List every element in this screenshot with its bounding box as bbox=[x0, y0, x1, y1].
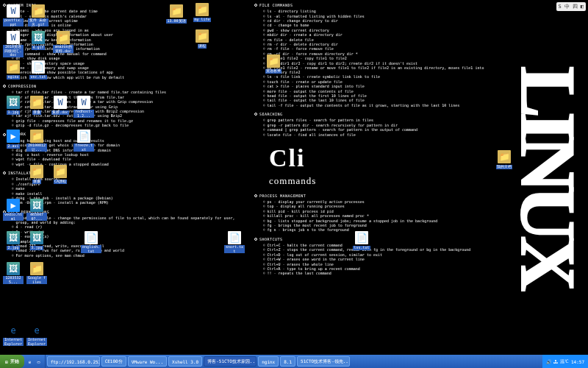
command-line: mv file1 file2 - rename or move file1 to… bbox=[254, 66, 500, 75]
desktop-icon[interactable]: 📁amazon的资料.doc bbox=[53, 31, 74, 53]
desktop-icon[interactable]: 📄english.txt bbox=[81, 231, 101, 253]
desktop-icon[interactable]: eInternet Explorer bbox=[26, 324, 47, 346]
tray-net-icon[interactable]: 🖧 bbox=[553, 359, 558, 364]
taskbar-button[interactable]: nginx bbox=[258, 356, 279, 367]
desktop-icon[interactable]: 📁课程 bbox=[192, 29, 212, 49]
taskbar-button[interactable]: Xshell 3.0 bbox=[168, 356, 202, 367]
file-icon: 📁 bbox=[196, 3, 209, 16]
system-tray[interactable]: 🔊 🖧 温℃ 14:57 bbox=[542, 355, 588, 368]
desktop-icon[interactable]: 📁my life bbox=[192, 3, 212, 22]
file-icon: 📁 bbox=[267, 54, 280, 68]
desktop-icon[interactable]: 🖼12835325... bbox=[3, 262, 24, 284]
icon-label: Google files bbox=[26, 276, 47, 284]
file-icon: W bbox=[7, 4, 20, 18]
desktop-icon[interactable]: 📁13.00英语 bbox=[166, 4, 187, 24]
file-icon: W bbox=[77, 96, 90, 109]
desktop-icon[interactable]: ▶2.avi bbox=[3, 130, 24, 149]
file-icon: 📁 bbox=[30, 130, 43, 143]
file-icon: 📄 bbox=[85, 231, 98, 244]
icon-label: 4658470?... bbox=[26, 213, 47, 221]
taskbar-button[interactable]: 51CTO技术博客-领先... bbox=[297, 356, 350, 367]
desktop-icon[interactable]: 🖼4.gif bbox=[28, 31, 49, 50]
icon-label: 2.jpg bbox=[7, 246, 19, 250]
icon-label: 复件 未命名.gif bbox=[28, 18, 49, 26]
browser-tool-icon[interactable]: ◧ bbox=[581, 4, 584, 10]
desktop-icon[interactable]: 📁CA課程 bbox=[50, 165, 71, 184]
desktop-wallpaper: LINUX SYSTEM INFOdate - show the current… bbox=[0, 0, 588, 368]
icon-label: 课程 bbox=[198, 44, 207, 49]
file-icon: 🖼 bbox=[30, 231, 43, 244]
desktop-icon[interactable]: ▶vedio.html bbox=[3, 199, 24, 221]
desktop-icon[interactable]: Wpostfix.ppt bbox=[3, 4, 24, 26]
taskbar: ⊞ 开始 e ▭ ftp://192.168.0.252/P...CE100分V… bbox=[0, 355, 588, 368]
desktop-icon[interactable]: eInternet Explorer bbox=[3, 324, 24, 346]
desktop-icon[interactable]: 📁20100812让... bbox=[26, 130, 47, 152]
desktop-icon[interactable]: Wredhost-1.2... bbox=[74, 96, 94, 118]
file-icon: 📁 bbox=[57, 31, 70, 44]
icon-label: amazon的资料.doc bbox=[53, 45, 74, 53]
section-header: SHORTCUTS bbox=[254, 237, 500, 241]
icon-label: vnc.txt bbox=[29, 75, 46, 79]
icon-label: Internet Explorer bbox=[3, 338, 24, 346]
quick-launch: e ▭ bbox=[24, 355, 46, 368]
file-icon: e bbox=[7, 324, 20, 337]
desktop-icon[interactable]: W2010英语四级词汇.doc bbox=[3, 31, 24, 57]
desktop-icon[interactable]: 📁nginx bbox=[3, 60, 24, 79]
icon-label: my life bbox=[193, 18, 210, 22]
file-icon: 📁 bbox=[30, 165, 43, 178]
desktop-icon[interactable]: 🖼2.jpg bbox=[3, 231, 24, 250]
icon-label: 1.jpg bbox=[7, 110, 19, 115]
icon-label: 4.gif bbox=[32, 46, 44, 50]
icon-label: snort.txt bbox=[224, 245, 245, 253]
desktop-icon[interactable]: ▭ bbox=[35, 358, 43, 365]
file-icon: 📁 bbox=[196, 29, 209, 43]
command-line: !! - repeats the last command bbox=[254, 271, 500, 275]
desktop-icon[interactable]: 📁Google files bbox=[26, 262, 47, 284]
linux-logo: LINUX bbox=[507, 0, 588, 352]
desktop-icon[interactable]: 📁复件 未命名.gif bbox=[28, 4, 49, 26]
file-icon: 🖼 bbox=[7, 96, 20, 109]
file-icon: 🖼 bbox=[32, 31, 45, 44]
desktop-icon[interactable]: 📁英语各类 bbox=[263, 54, 284, 74]
browser-tool-icon[interactable]: S bbox=[559, 4, 562, 10]
file-icon: 🖼 bbox=[7, 231, 20, 244]
file-icon: ▶ bbox=[7, 199, 20, 212]
tray-sound-icon[interactable]: 🔊 bbox=[546, 359, 551, 364]
start-button[interactable]: ⊞ 开始 bbox=[0, 355, 24, 368]
desktop-icon[interactable]: 📁录像 bbox=[26, 96, 47, 115]
desktop-icon[interactable]: 📄freeze.txt bbox=[74, 130, 94, 152]
desktop-icon[interactable]: 📁我的文档 bbox=[494, 150, 514, 169]
file-icon: 🖼 bbox=[30, 199, 43, 212]
file-icon: e bbox=[30, 324, 43, 337]
section-header: SEARCHING bbox=[254, 112, 500, 116]
browser-tool-icon[interactable]: 中 bbox=[564, 3, 570, 10]
icon-label: postfix.ppt bbox=[3, 18, 24, 26]
taskbar-button[interactable]: 博客-51CTO技术家园... bbox=[204, 356, 257, 367]
command-line: tail -f file - output the contents of fi… bbox=[254, 103, 500, 107]
tray-clock: 14:57 bbox=[571, 359, 584, 364]
file-icon: 📄 bbox=[355, 231, 368, 244]
taskbar-button[interactable]: 8.1 bbox=[280, 356, 295, 367]
icon-label: 集群.doc bbox=[51, 110, 69, 115]
taskbar-button[interactable]: CE100分 bbox=[101, 356, 126, 367]
ie-icon[interactable]: e bbox=[26, 358, 34, 365]
icon-label: 2010英语四级词汇.doc bbox=[3, 45, 24, 57]
desktop-icon[interactable]: 📄snort.txt bbox=[224, 231, 245, 253]
desktop-icon[interactable]: 📄vnc.txt bbox=[28, 60, 49, 79]
browser-sidebar[interactable]: S中四◧ bbox=[556, 2, 586, 11]
browser-tool-icon[interactable]: 四 bbox=[573, 3, 578, 10]
desktop-icon[interactable]: 🖼4658470?... bbox=[26, 199, 47, 221]
desktop-icon[interactable]: 📁录像 bbox=[26, 165, 47, 184]
icon-label: 20100812让... bbox=[26, 144, 47, 152]
desktop-icon[interactable]: W集群.doc bbox=[50, 96, 71, 115]
file-icon: 📁 bbox=[498, 150, 511, 163]
taskbar-button[interactable]: ftp://192.168.0.252/P... bbox=[47, 356, 100, 367]
file-icon: W bbox=[7, 31, 20, 44]
desktop-icon[interactable]: 🖼1.jpg bbox=[3, 96, 24, 115]
icon-label: 3.jpg bbox=[30, 246, 43, 250]
cli-subheading: commands bbox=[269, 175, 500, 187]
taskbar-button[interactable]: VMware Wo... bbox=[128, 356, 167, 367]
desktop-icon[interactable]: 🖼3.jpg bbox=[26, 231, 47, 250]
command-line: locate file - find all instances of file bbox=[254, 132, 500, 137]
desktop-icon[interactable]: 📄lvs.txt bbox=[351, 231, 372, 250]
